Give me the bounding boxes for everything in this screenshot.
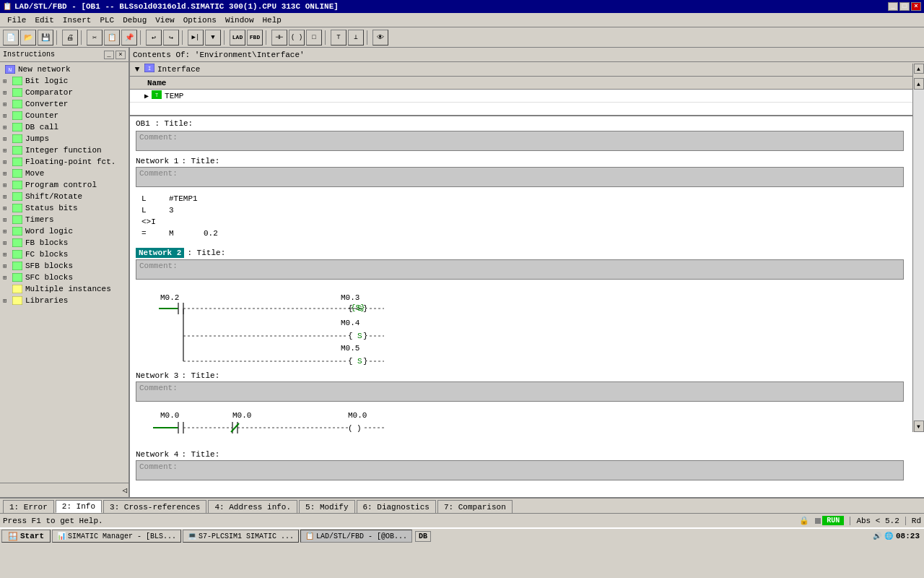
box-button[interactable]: □ — [306, 30, 322, 46]
clock: 08:23 — [896, 532, 920, 540]
tree-item-multiple-instances[interactable]: Multiple instances — [1, 283, 127, 295]
tree-item-converter[interactable]: ⊞ Converter — [1, 98, 127, 110]
toolbar-sep2 — [81, 30, 84, 45]
new-button[interactable]: 📄 — [3, 30, 19, 46]
cut-button[interactable]: ✂ — [87, 30, 103, 46]
ob1-comment-box[interactable]: Comment: — [136, 131, 904, 151]
temp-expand-btn[interactable]: ▶ — [144, 92, 149, 100]
left-panel-close[interactable]: × — [116, 51, 126, 59]
tree-item-word-logic[interactable]: ⊞ Word logic — [1, 225, 127, 237]
tab-error[interactable]: 1: Error — [3, 500, 54, 513]
svg-rect-20 — [12, 285, 22, 293]
sfc-blocks-icon — [12, 272, 23, 282]
network-3-comment[interactable]: Comment: — [136, 381, 904, 402]
title-bar-controls[interactable]: _ □ × — [888, 2, 921, 11]
tree-item-libraries[interactable]: ⊞ Libraries — [1, 295, 127, 306]
network-3-title: Network 3 : Title: — [136, 371, 918, 380]
tab-address-info[interactable]: 4: Address info. — [208, 500, 297, 513]
network-4-comment-text: Comment: — [139, 462, 178, 471]
content-header-text: Contents Of: 'Environment\Interface' — [133, 51, 305, 59]
network-2-title-text: : Title: — [187, 249, 225, 257]
expand-floating-point: ⊞ — [3, 158, 12, 166]
left-panel-collapse[interactable]: ◁ — [0, 483, 128, 497]
expand-program-control: ⊞ — [3, 181, 12, 189]
tree-item-timers[interactable]: ⊞ Timers — [1, 214, 127, 225]
menu-edit[interactable]: Edit — [30, 14, 58, 26]
content-scroll-up[interactable]: ▲ — [914, 78, 924, 90]
system-icon: 🔒 — [799, 516, 809, 525]
save-button[interactable]: 💾 — [38, 30, 53, 46]
tree-item-move[interactable]: ⊞ Move — [1, 168, 127, 179]
undo-button[interactable]: ↩ — [146, 30, 162, 46]
contact-button[interactable]: ⊣⊢ — [271, 30, 287, 46]
new-network-icon: N — [4, 64, 16, 74]
monitor-button[interactable]: 👁 — [372, 30, 388, 46]
tree-item-status-bits[interactable]: ⊞ Status bits — [1, 202, 127, 214]
menu-window[interactable]: Window — [221, 14, 258, 26]
tree-item-fc-blocks[interactable]: ⊞ FC blocks — [1, 249, 127, 260]
tree-item-integer-function[interactable]: ⊞ Integer function — [1, 144, 127, 156]
ob1-title: OB1 : Title: — [136, 119, 918, 128]
download-button[interactable]: ▼ — [205, 30, 221, 46]
tree-item-comparator[interactable]: ⊞ Comparator — [1, 87, 127, 98]
network-1-comment[interactable]: Comment: — [136, 167, 904, 187]
tab-modify[interactable]: 5: Modify — [299, 500, 354, 513]
temp-label: TEMP — [162, 92, 183, 100]
open-button[interactable]: 📂 — [20, 30, 36, 46]
redo-button[interactable]: ↪ — [163, 30, 179, 46]
menu-debug[interactable]: Debug — [118, 14, 151, 26]
tab-info[interactable]: 2: Info — [56, 500, 102, 513]
taskbar-s7-plcsim[interactable]: 💻 S7-PLCSIM1 SIMATIC ... — [183, 530, 299, 543]
lad-button[interactable]: LAD — [230, 30, 245, 46]
tree-item-fb-blocks[interactable]: ⊞ FB blocks — [1, 237, 127, 249]
scroll-up-btn[interactable]: ▲ — [914, 64, 924, 74]
menu-options[interactable]: Options — [179, 14, 221, 26]
tree-item-counter[interactable]: ⊞ Counter — [1, 110, 127, 121]
content-scroll-down[interactable]: ▼ — [914, 420, 924, 432]
svg-text:}: } — [363, 304, 368, 313]
maximize-button[interactable]: □ — [899, 2, 910, 11]
network-4-comment[interactable]: Comment: — [136, 460, 904, 480]
paste-button[interactable]: 📌 — [121, 30, 137, 46]
compile-button[interactable]: ▶| — [188, 30, 204, 46]
copy-button[interactable]: 📋 — [104, 30, 120, 46]
close-branch[interactable]: ⊥ — [348, 30, 364, 46]
tab-diagnostics[interactable]: 6: Diagnostics — [357, 500, 436, 513]
taskbar-simatic-manager[interactable]: 📊 SIMATIC Manager - [BLS... — [52, 530, 181, 543]
title-bar-left: 📋 LAD/STL/FBD - [OB1 -- BLSsold0316old.S… — [3, 2, 339, 11]
coil-button[interactable]: ( ) — [289, 30, 305, 46]
tree-item-shift-rotate[interactable]: ⊞ Shift/Rotate — [1, 191, 127, 202]
tab-comparison[interactable]: 7: Comparison — [437, 500, 513, 513]
tree-label-libraries: Libraries — [25, 296, 68, 305]
tree-item-sfc-blocks[interactable]: ⊞ SFC blocks — [1, 272, 127, 283]
stl-op-1: L — [141, 193, 163, 204]
close-button[interactable]: × — [911, 2, 921, 11]
tree-item-program-control[interactable]: ⊞ Program control — [1, 179, 127, 191]
taskbar-lad-stl-fbd[interactable]: 📋 LAD/STL/FBD - [@OB... — [300, 530, 412, 543]
menu-help[interactable]: Help — [258, 14, 285, 26]
interface-collapse-btn[interactable]: ▼ — [130, 65, 144, 74]
menu-file[interactable]: File — [3, 14, 30, 26]
tree-item-bit-logic[interactable]: ⊞ Bit logic — [1, 75, 127, 87]
tree-item-sfb-blocks[interactable]: ⊞ SFB blocks — [1, 260, 127, 272]
start-button[interactable]: 🪟 Start — [1, 530, 51, 543]
menu-view[interactable]: View — [151, 14, 178, 26]
tree-item-floating-point[interactable]: ⊞ Floating-point fct. — [1, 156, 127, 168]
svg-text:{: { — [348, 332, 353, 340]
menu-insert[interactable]: Insert — [58, 14, 96, 26]
minimize-button[interactable]: _ — [888, 2, 898, 11]
open-branch[interactable]: ⊤ — [331, 30, 346, 46]
print-button[interactable]: 🖨 — [62, 30, 78, 46]
fbd-button[interactable]: FBD — [247, 30, 263, 46]
network-2-comment[interactable]: Comment: — [136, 259, 904, 280]
left-panel-minimize[interactable]: _ — [104, 51, 114, 59]
timers-icon — [12, 215, 23, 225]
menu-plc[interactable]: PLC — [95, 14, 118, 26]
stl-op-3: <>I — [141, 216, 163, 228]
tab-cross-references[interactable]: 3: Cross-references — [103, 500, 206, 513]
expand-db-call: ⊞ — [3, 124, 12, 131]
tree-item-db-call[interactable]: ⊞ DB call — [1, 121, 127, 133]
tree-item-jumps[interactable]: ⊞ Jumps — [1, 133, 127, 144]
tree-item-new-network[interactable]: N New network — [1, 64, 127, 75]
svg-rect-15 — [12, 227, 22, 236]
